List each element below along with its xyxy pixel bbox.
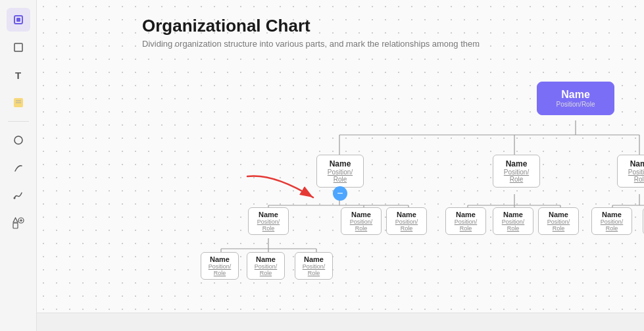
page-header: Organizational Chart Dividing organizati… bbox=[142, 16, 480, 49]
node-lm2[interactable]: Name Position/Role bbox=[386, 207, 427, 235]
node-rl1[interactable]: Name Position/Role bbox=[591, 207, 632, 235]
text-tool[interactable]: T bbox=[7, 63, 30, 87]
root-node-sub: Position/Role bbox=[548, 101, 603, 108]
node-ml3[interactable]: Name Position/Role bbox=[538, 207, 579, 235]
svg-point-7 bbox=[13, 197, 15, 199]
node-lm1[interactable]: Name Position/Role bbox=[341, 207, 382, 235]
svg-rect-1 bbox=[16, 18, 20, 22]
svg-rect-2 bbox=[14, 43, 22, 51]
sticky-note-tool[interactable] bbox=[7, 91, 30, 115]
node-m1-sub: Position/Role bbox=[499, 168, 534, 183]
node-r1-sub: Position/Role bbox=[623, 168, 644, 183]
collapse-button[interactable]: − bbox=[333, 186, 347, 201]
node-lll3[interactable]: Name Position/Role bbox=[295, 252, 333, 280]
draw-tool[interactable] bbox=[7, 184, 30, 207]
node-lll1[interactable]: Name Position/Role bbox=[201, 252, 239, 280]
pen-tool[interactable] bbox=[7, 156, 30, 180]
svg-rect-8 bbox=[13, 223, 18, 228]
add-shape-tool[interactable] bbox=[7, 211, 30, 235]
node-ml2[interactable]: Name Position/Role bbox=[493, 207, 533, 235]
frame-tool[interactable] bbox=[7, 36, 30, 59]
node-lll2[interactable]: Name Position/Role bbox=[247, 252, 285, 280]
divider bbox=[8, 121, 29, 122]
node-m1[interactable]: Name Position/Role bbox=[493, 155, 540, 188]
bottom-bar bbox=[37, 313, 644, 331]
node-r1[interactable]: Name Position/Role bbox=[617, 155, 644, 188]
node-m1-name: Name bbox=[499, 159, 534, 168]
node-l1-sub: Position/Role bbox=[322, 168, 358, 183]
node-l1-name: Name bbox=[322, 159, 358, 168]
minus-icon: − bbox=[337, 188, 343, 199]
shape-tool[interactable] bbox=[7, 128, 30, 152]
svg-point-6 bbox=[14, 136, 22, 144]
page-title: Organizational Chart bbox=[142, 16, 480, 36]
node-r1-name: Name bbox=[623, 159, 644, 168]
root-node-name: Name bbox=[548, 89, 603, 101]
cursor-tool[interactable] bbox=[7, 8, 30, 32]
node-ll1[interactable]: Name Position/Role bbox=[248, 207, 289, 235]
node-l1[interactable]: Name Position/Role bbox=[316, 155, 364, 188]
page-subtitle: Dividing organization structure into var… bbox=[142, 39, 480, 49]
root-node[interactable]: Name Position/Role bbox=[537, 82, 614, 115]
sidebar: T bbox=[0, 0, 37, 331]
chart-canvas[interactable]: Organizational Chart Dividing organizati… bbox=[37, 0, 644, 331]
svg-marker-9 bbox=[13, 218, 18, 222]
node-ml1[interactable]: Name Position/Role bbox=[445, 207, 486, 235]
